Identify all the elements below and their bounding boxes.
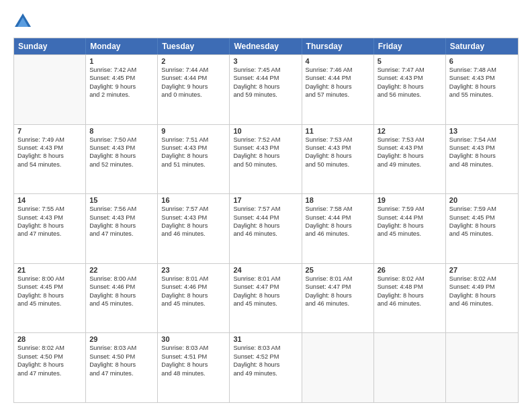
sunset-text: Sunset: 4:46 PM [161,283,226,291]
daylight-text: Daylight: 9 hours [161,83,226,91]
day-number: 12 [378,127,442,135]
calendar-cell: 1Sunrise: 7:42 AMSunset: 4:45 PMDaylight… [86,55,158,124]
sunset-text: Sunset: 4:43 PM [161,214,226,222]
day-number: 24 [233,266,298,274]
sunrise-text: Sunrise: 7:54 AM [449,136,515,144]
sunrise-text: Sunrise: 8:03 AM [89,344,154,352]
calendar-cell: 22Sunrise: 8:00 AMSunset: 4:46 PMDayligh… [86,264,158,333]
daylight-text: Daylight: 8 hours [306,222,370,230]
daylight-text2: and 48 minutes. [161,369,226,377]
sunset-text: Sunset: 4:49 PM [449,283,515,291]
sunrise-text: Sunrise: 7:51 AM [161,136,226,144]
sunset-text: Sunset: 4:44 PM [233,214,298,222]
day-number: 31 [233,335,298,343]
daylight-text2: and 48 minutes. [449,161,515,169]
page: SundayMondayTuesdayWednesdayThursdayFrid… [0,0,532,411]
daylight-text2: and 45 minutes. [161,300,226,308]
sunrise-text: Sunrise: 7:53 AM [378,136,442,144]
sunrise-text: Sunrise: 7:59 AM [449,205,515,213]
day-number: 23 [161,266,226,274]
daylight-text: Daylight: 8 hours [378,222,442,230]
day-number: 7 [17,127,82,135]
sunrise-text: Sunrise: 8:01 AM [161,275,226,283]
daylight-text: Daylight: 8 hours [161,361,226,369]
daylight-text: Daylight: 8 hours [161,152,226,160]
day-number: 2 [161,57,226,65]
calendar: SundayMondayTuesdayWednesdayThursdayFrid… [13,38,519,403]
calendar-header-cell: Wednesday [230,38,302,54]
day-number: 13 [449,127,515,135]
calendar-week: 14Sunrise: 7:55 AMSunset: 4:43 PMDayligh… [14,193,518,263]
day-number: 25 [306,266,370,274]
day-number: 14 [17,196,82,204]
daylight-text2: and 52 minutes. [89,161,154,169]
calendar-cell: 9Sunrise: 7:51 AMSunset: 4:43 PMDaylight… [158,125,230,194]
day-number: 18 [306,196,370,204]
calendar-cell: 6Sunrise: 7:48 AMSunset: 4:43 PMDaylight… [446,55,518,124]
sunrise-text: Sunrise: 7:55 AM [17,205,82,213]
daylight-text2: and 46 minutes. [306,230,370,238]
sunset-text: Sunset: 4:45 PM [449,214,515,222]
daylight-text2: and 45 minutes. [17,300,82,308]
calendar-cell: 29Sunrise: 8:03 AMSunset: 4:50 PMDayligh… [86,333,158,402]
daylight-text: Daylight: 8 hours [306,291,370,300]
calendar-week: 28Sunrise: 8:02 AMSunset: 4:50 PMDayligh… [14,332,518,402]
sunset-text: Sunset: 4:43 PM [306,144,370,152]
daylight-text2: and 56 minutes. [378,91,442,99]
sunrise-text: Sunrise: 8:00 AM [17,275,82,283]
sunset-text: Sunset: 4:50 PM [17,353,82,361]
calendar-cell: 28Sunrise: 8:02 AMSunset: 4:50 PMDayligh… [14,333,86,402]
daylight-text2: and 50 minutes. [306,161,370,169]
sunset-text: Sunset: 4:44 PM [378,214,442,222]
daylight-text2: and 0 minutes. [161,91,226,99]
sunrise-text: Sunrise: 8:02 AM [378,275,442,283]
day-number: 29 [89,335,154,343]
sunset-text: Sunset: 4:44 PM [306,74,370,82]
daylight-text: Daylight: 8 hours [17,291,82,300]
sunrise-text: Sunrise: 8:03 AM [233,344,298,352]
calendar-cell: 10Sunrise: 7:52 AMSunset: 4:43 PMDayligh… [230,125,302,194]
calendar-cell: 31Sunrise: 8:03 AMSunset: 4:52 PMDayligh… [230,333,302,402]
calendar-cell [374,333,446,402]
day-number: 27 [449,266,515,274]
calendar-week: 1Sunrise: 7:42 AMSunset: 4:45 PMDaylight… [14,54,518,124]
calendar-cell: 20Sunrise: 7:59 AMSunset: 4:45 PMDayligh… [446,194,518,263]
sunset-text: Sunset: 4:44 PM [306,214,370,222]
daylight-text: Daylight: 8 hours [233,291,298,300]
sunrise-text: Sunrise: 7:47 AM [378,66,442,74]
daylight-text: Daylight: 8 hours [161,291,226,300]
sunrise-text: Sunrise: 7:50 AM [89,136,154,144]
daylight-text2: and 47 minutes. [89,369,154,377]
sunset-text: Sunset: 4:43 PM [449,144,515,152]
sunrise-text: Sunrise: 7:48 AM [449,66,515,74]
daylight-text: Daylight: 8 hours [89,222,154,230]
daylight-text2: and 47 minutes. [89,230,154,238]
calendar-cell: 21Sunrise: 8:00 AMSunset: 4:45 PMDayligh… [14,264,86,333]
daylight-text2: and 46 minutes. [161,230,226,238]
daylight-text: Daylight: 8 hours [17,152,82,160]
calendar-cell: 7Sunrise: 7:49 AMSunset: 4:43 PMDaylight… [14,125,86,194]
sunrise-text: Sunrise: 7:59 AM [378,205,442,213]
sunrise-text: Sunrise: 8:02 AM [17,344,82,352]
sunrise-text: Sunrise: 8:01 AM [306,275,370,283]
calendar-cell: 13Sunrise: 7:54 AMSunset: 4:43 PMDayligh… [446,125,518,194]
calendar-header-row: SundayMondayTuesdayWednesdayThursdayFrid… [14,38,518,54]
calendar-header-cell: Saturday [446,38,518,54]
sunset-text: Sunset: 4:43 PM [449,74,515,82]
daylight-text2: and 51 minutes. [161,161,226,169]
sunset-text: Sunset: 4:43 PM [378,144,442,152]
daylight-text2: and 49 minutes. [233,369,298,377]
calendar-cell: 24Sunrise: 8:01 AMSunset: 4:47 PMDayligh… [230,264,302,333]
sunrise-text: Sunrise: 7:53 AM [306,136,370,144]
daylight-text2: and 45 minutes. [89,300,154,308]
sunrise-text: Sunrise: 7:44 AM [161,66,226,74]
daylight-text2: and 50 minutes. [233,161,298,169]
daylight-text2: and 45 minutes. [378,230,442,238]
calendar-cell [302,333,374,402]
day-number: 10 [233,127,298,135]
sunset-text: Sunset: 4:52 PM [233,353,298,361]
calendar-cell: 18Sunrise: 7:58 AMSunset: 4:44 PMDayligh… [302,194,374,263]
calendar-header-cell: Sunday [14,38,86,54]
calendar-cell: 25Sunrise: 8:01 AMSunset: 4:47 PMDayligh… [302,264,374,333]
sunrise-text: Sunrise: 7:52 AM [233,136,298,144]
